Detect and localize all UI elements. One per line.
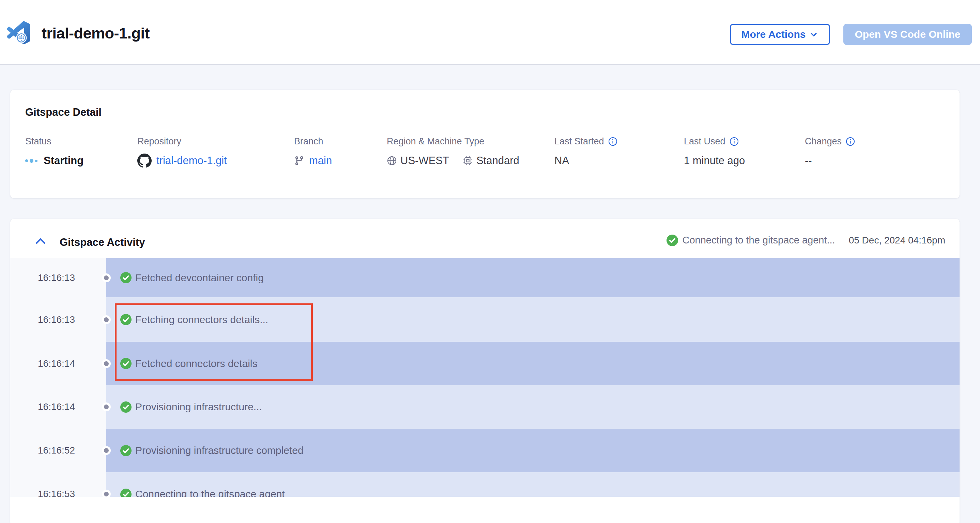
gitspace-activity-title: Gitspace Activity bbox=[60, 236, 145, 249]
git-branch-icon bbox=[294, 155, 304, 166]
branch-label: Branch bbox=[294, 136, 323, 147]
changes-value: -- bbox=[805, 155, 812, 167]
open-vscode-online-label: Open VS Code Online bbox=[854, 29, 960, 40]
region-value: US-WEST bbox=[400, 155, 449, 167]
log-row: Provisioning infrastructure completed 16… bbox=[10, 429, 959, 472]
success-check-icon bbox=[120, 445, 132, 456]
log-row: Connecting to the gitspace agent 16:16:5… bbox=[10, 472, 959, 497]
last-used-value: 1 minute ago bbox=[684, 155, 745, 167]
globe-badge-icon bbox=[16, 33, 27, 43]
more-actions-label: More Actions bbox=[741, 29, 806, 40]
status-label: Status bbox=[25, 136, 51, 147]
page-title: trial-demo-1.git bbox=[41, 24, 150, 42]
vscode-gitspace-logo bbox=[7, 21, 30, 44]
log-timestamp: 16:16:52 bbox=[38, 445, 75, 456]
highlight-rectangle bbox=[115, 303, 313, 381]
region-machine-label: Region & Machine Type bbox=[387, 136, 484, 147]
log-message: Connecting to the gitspace agent bbox=[135, 488, 285, 497]
last-started-value: NA bbox=[554, 155, 569, 167]
timeline-dot bbox=[102, 315, 111, 324]
globe-icon bbox=[387, 155, 397, 166]
activity-header: Gitspace Activity Connecting to the gits… bbox=[10, 219, 959, 258]
log-timestamp: 16:16:13 bbox=[38, 273, 75, 283]
log-timestamp: 16:16:13 bbox=[38, 314, 75, 325]
top-header: trial-demo-1.git More Actions Open VS Co… bbox=[0, 0, 980, 65]
activity-log-area[interactable]: Fetched devcontainer config 16:16:13 Fet… bbox=[10, 258, 959, 497]
log-row: Provisioning infrastructure... 16:16:14 bbox=[10, 385, 959, 429]
branch-link[interactable]: main bbox=[309, 155, 332, 167]
success-check-icon bbox=[667, 235, 678, 246]
log-timestamp: 16:16:14 bbox=[38, 401, 75, 412]
timeline-dot bbox=[102, 446, 111, 455]
log-row: Fetched devcontainer config 16:16:13 bbox=[10, 258, 959, 297]
status-loading-dots-icon bbox=[25, 159, 38, 163]
log-message: Provisioning infrastructure completed bbox=[135, 445, 304, 456]
activity-status-date: 05 Dec, 2024 04:16pm bbox=[849, 235, 945, 246]
more-actions-button[interactable]: More Actions bbox=[730, 24, 830, 45]
info-icon[interactable] bbox=[608, 137, 617, 146]
gitspace-activity-card: Gitspace Activity Connecting to the gits… bbox=[10, 219, 959, 523]
last-started-label: Last Started bbox=[554, 136, 604, 147]
last-used-label: Last Used bbox=[684, 136, 725, 147]
repository-link[interactable]: trial-demo-1.git bbox=[156, 155, 227, 167]
log-message: Fetched devcontainer config bbox=[135, 272, 264, 284]
success-check-icon bbox=[120, 489, 132, 497]
log-timestamp: 16:16:53 bbox=[38, 489, 75, 497]
timeline-dot bbox=[102, 273, 111, 282]
status-value: Starting bbox=[44, 155, 83, 167]
gitspace-detail-card: Gitspace Detail Status Starting Reposito… bbox=[10, 90, 959, 198]
github-icon bbox=[137, 154, 152, 168]
info-icon[interactable] bbox=[730, 137, 739, 146]
gitspace-detail-title: Gitspace Detail bbox=[25, 106, 102, 119]
log-timestamp: 16:16:14 bbox=[38, 358, 75, 369]
info-icon[interactable] bbox=[846, 137, 855, 146]
timeline-dot bbox=[102, 403, 111, 411]
success-check-icon bbox=[120, 401, 132, 413]
machine-type-icon bbox=[463, 155, 473, 166]
repository-label: Repository bbox=[137, 136, 181, 147]
activity-status-text: Connecting to the gitspace agent... bbox=[682, 235, 835, 246]
log-message: Provisioning infrastructure... bbox=[135, 401, 262, 413]
success-check-icon bbox=[120, 272, 132, 283]
timeline-dot bbox=[102, 490, 111, 497]
timeline-dot bbox=[102, 359, 111, 368]
open-vscode-online-button[interactable]: Open VS Code Online bbox=[843, 24, 972, 45]
chevron-down-icon bbox=[809, 30, 818, 39]
collapse-chevron-up-icon[interactable] bbox=[35, 236, 46, 246]
changes-label: Changes bbox=[805, 136, 842, 147]
machine-type-value: Standard bbox=[476, 155, 519, 167]
